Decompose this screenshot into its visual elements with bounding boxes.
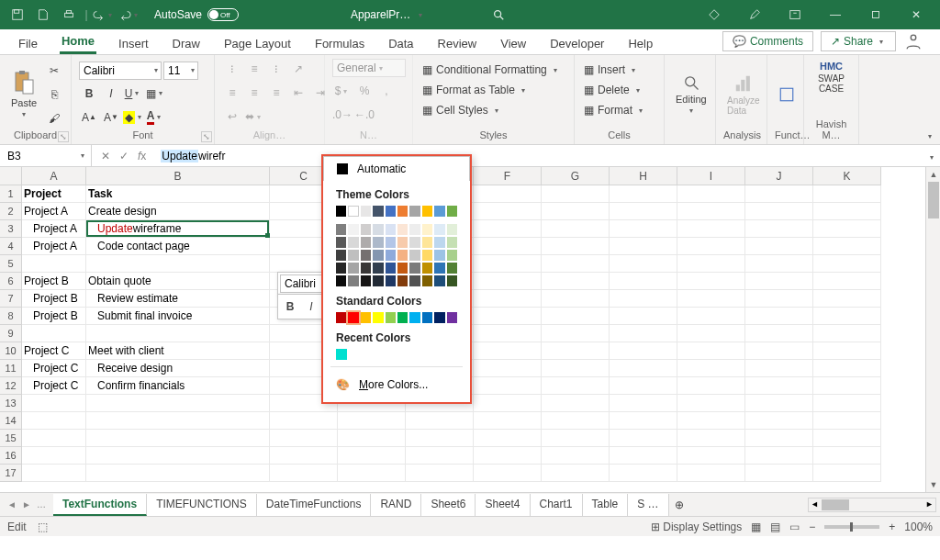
clipboard-launcher[interactable]: ⤡ bbox=[58, 131, 69, 142]
row-header[interactable]: 17 bbox=[0, 465, 22, 482]
mini-italic-button[interactable]: I bbox=[301, 297, 321, 317]
cell[interactable] bbox=[474, 203, 542, 220]
cell[interactable]: Obtain quote bbox=[86, 273, 270, 290]
row-header[interactable]: 13 bbox=[0, 395, 22, 412]
row-header[interactable]: 1 bbox=[0, 185, 22, 203]
color-swatch[interactable] bbox=[422, 206, 432, 217]
cell[interactable] bbox=[610, 447, 677, 465]
color-swatch[interactable] bbox=[397, 224, 408, 235]
mini-bold-button[interactable]: B bbox=[280, 297, 300, 317]
cell[interactable] bbox=[813, 203, 881, 220]
sheet-tab[interactable]: S … bbox=[628, 494, 668, 516]
sheet-tab[interactable]: Sheet4 bbox=[476, 494, 530, 516]
color-swatch[interactable] bbox=[447, 312, 457, 323]
zoom-slider[interactable] bbox=[824, 525, 879, 529]
cell[interactable] bbox=[22, 325, 86, 342]
column-header[interactable]: A bbox=[22, 167, 86, 185]
cell[interactable] bbox=[542, 447, 610, 465]
cell[interactable] bbox=[813, 255, 881, 273]
cell[interactable] bbox=[745, 377, 813, 395]
cell[interactable] bbox=[406, 412, 474, 430]
sheet-tab[interactable]: TIMEFUNCTIONS bbox=[147, 494, 257, 516]
color-swatch[interactable] bbox=[336, 224, 346, 235]
tab-formulas[interactable]: Formulas bbox=[313, 33, 366, 54]
color-swatch[interactable] bbox=[386, 206, 396, 217]
cell[interactable] bbox=[270, 412, 338, 430]
cell[interactable]: Task bbox=[86, 185, 270, 203]
save-icon[interactable] bbox=[6, 3, 29, 27]
column-header[interactable]: H bbox=[610, 167, 677, 185]
editing-button[interactable]: Editing▾ bbox=[672, 72, 711, 117]
color-swatch[interactable] bbox=[397, 312, 408, 323]
cell[interactable] bbox=[474, 360, 542, 377]
color-swatch[interactable] bbox=[447, 206, 457, 217]
sheet-nav-more[interactable]: … bbox=[35, 499, 48, 510]
cell[interactable] bbox=[677, 377, 745, 395]
color-swatch[interactable] bbox=[409, 237, 420, 248]
paste-button[interactable]: Paste▾ bbox=[7, 68, 40, 120]
cell[interactable] bbox=[745, 308, 813, 325]
formula-input[interactable]: Update wirefr bbox=[155, 145, 923, 166]
delete-cells-button[interactable]: ▦ Delete▾ bbox=[582, 83, 644, 97]
cell[interactable] bbox=[542, 220, 610, 238]
tab-data[interactable]: Data bbox=[386, 33, 415, 54]
pen-icon[interactable] bbox=[734, 1, 775, 28]
cell[interactable] bbox=[542, 377, 610, 395]
tab-help[interactable]: Help bbox=[626, 33, 655, 54]
cell[interactable] bbox=[677, 412, 745, 430]
cell[interactable] bbox=[406, 465, 474, 482]
cell[interactable] bbox=[813, 430, 881, 447]
color-swatch[interactable] bbox=[409, 206, 420, 217]
border-button[interactable]: ▦▾ bbox=[145, 84, 165, 104]
row-header[interactable]: 5 bbox=[0, 255, 22, 273]
cell[interactable] bbox=[542, 203, 610, 220]
sheet-tab[interactable]: RAND bbox=[371, 494, 421, 516]
cell[interactable] bbox=[610, 465, 677, 482]
cell[interactable] bbox=[474, 308, 542, 325]
cell[interactable] bbox=[813, 220, 881, 238]
color-swatch[interactable] bbox=[397, 263, 408, 274]
cell[interactable] bbox=[270, 430, 338, 447]
cell[interactable] bbox=[22, 255, 86, 273]
cell[interactable] bbox=[542, 325, 610, 342]
color-swatch[interactable] bbox=[348, 237, 358, 248]
decimal-dec-icon[interactable]: ←.0 bbox=[354, 105, 375, 125]
cell[interactable] bbox=[677, 203, 745, 220]
functions-addin-button[interactable] bbox=[775, 84, 799, 105]
cell[interactable] bbox=[610, 360, 677, 377]
cell[interactable] bbox=[474, 412, 542, 430]
cell[interactable] bbox=[86, 255, 270, 273]
cell[interactable] bbox=[86, 465, 270, 482]
analyze-data-button[interactable]: Analyze Data bbox=[723, 72, 764, 118]
autosave-toggle[interactable]: AutoSave Off bbox=[154, 8, 239, 21]
comments-button[interactable]: 💬Comments bbox=[722, 31, 813, 51]
cell[interactable] bbox=[610, 342, 677, 360]
cell[interactable] bbox=[542, 360, 610, 377]
account-icon[interactable] bbox=[903, 31, 923, 51]
cell[interactable] bbox=[86, 412, 270, 430]
cell[interactable] bbox=[745, 238, 813, 255]
cell[interactable] bbox=[542, 465, 610, 482]
color-swatch[interactable] bbox=[397, 250, 408, 261]
cell[interactable] bbox=[813, 238, 881, 255]
indent-dec-icon[interactable]: ⇤ bbox=[288, 83, 308, 103]
cell[interactable] bbox=[745, 273, 813, 290]
font-size-combo[interactable]: 11▾ bbox=[163, 62, 198, 80]
font-launcher[interactable]: ⤡ bbox=[201, 131, 212, 142]
cell[interactable] bbox=[338, 430, 406, 447]
tab-review[interactable]: Review bbox=[436, 33, 479, 54]
cell[interactable] bbox=[474, 255, 542, 273]
cell[interactable]: Project B bbox=[22, 273, 86, 290]
row-header[interactable]: 9 bbox=[0, 325, 22, 342]
cell[interactable] bbox=[745, 465, 813, 482]
cell[interactable] bbox=[338, 465, 406, 482]
vertical-scrollbar[interactable]: ▲▼ bbox=[925, 167, 940, 492]
color-swatch[interactable] bbox=[447, 224, 457, 235]
tab-developer[interactable]: Developer bbox=[548, 33, 606, 54]
color-swatch[interactable] bbox=[422, 250, 432, 261]
color-swatch[interactable] bbox=[422, 263, 432, 274]
tab-view[interactable]: View bbox=[498, 33, 528, 54]
accept-formula-button[interactable]: ✓ bbox=[119, 150, 129, 162]
shrink-font-button[interactable]: A▼ bbox=[101, 107, 121, 128]
color-swatch[interactable] bbox=[434, 275, 444, 286]
